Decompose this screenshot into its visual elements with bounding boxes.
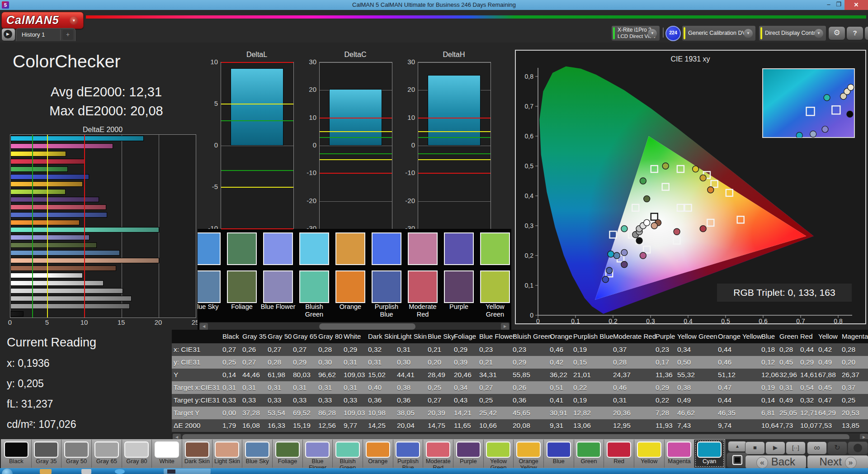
chevron-down-icon[interactable]: ▼: [744, 29, 753, 38]
play-button[interactable]: ▶: [765, 441, 785, 455]
table-cell: 0,32: [800, 394, 818, 407]
y-tick-label: 10: [303, 114, 316, 121]
table-cell: 80,03: [293, 369, 318, 381]
patch-button-black[interactable]: Black: [1, 440, 32, 468]
scroll-right-icon[interactable]: ▶: [501, 323, 509, 330]
patch-button-bluish-green[interactable]: Bluish Green: [333, 440, 363, 468]
table-cell: 0,29: [293, 356, 318, 369]
continuous-measure-button[interactable]: ∞: [807, 441, 827, 455]
table-cell: 0,38: [397, 381, 428, 394]
target-swatch: [198, 232, 221, 265]
help-button[interactable]: ?: [846, 26, 863, 40]
y-tick-label: 10: [204, 58, 218, 66]
scroll-left-icon[interactable]: ◀: [200, 323, 208, 330]
patch-button-purplish-blue[interactable]: Purplish Blue: [393, 440, 424, 468]
patch-button-blue[interactable]: Blue: [544, 440, 574, 468]
record-button[interactable]: [848, 441, 868, 455]
reference-line: [418, 173, 491, 174]
patch-button-blue-sky[interactable]: Blue Sky: [242, 440, 273, 468]
back-button[interactable]: « Back: [745, 455, 807, 469]
table-cell: 14,21: [454, 407, 479, 419]
patch-button-blue-flower[interactable]: Blue Flower: [303, 440, 333, 468]
patch-button-gray-50[interactable]: Gray 50: [61, 440, 92, 468]
patch-button-purple[interactable]: Purple: [453, 440, 484, 468]
patch-button-gray-35[interactable]: Gray 35: [32, 440, 62, 468]
target-swatch: [480, 232, 510, 265]
patch-button-gray-65[interactable]: Gray 65: [92, 440, 122, 468]
delta-chart-deltah: DeltaH3020100-10-20-30: [401, 51, 492, 241]
patch-button-green[interactable]: Green: [574, 440, 604, 468]
table-cell: 0,14: [761, 394, 779, 407]
deltae-bar: [10, 143, 113, 149]
reference-line: [221, 170, 293, 171]
patch-button-yellow-green[interactable]: Yellow Green: [484, 440, 514, 468]
chevron-down-icon[interactable]: ▼: [648, 29, 657, 38]
logo-dropdown-icon[interactable]: ▼: [70, 16, 78, 25]
measured-point-blue: [602, 276, 609, 283]
table-cell: 0,25: [222, 356, 242, 369]
svg-text:0,8: 0,8: [525, 73, 534, 80]
patch-button-orange-yellow[interactable]: Orange Yellow: [514, 440, 544, 468]
table-cell: 21,01: [573, 369, 613, 381]
swatch-label: Orange: [332, 303, 368, 311]
minimize-button[interactable]: –: [824, 1, 834, 9]
patch-button-red[interactable]: Red: [604, 440, 634, 468]
taskbar-media-icon[interactable]: [115, 469, 125, 474]
patch-button-dark-skin[interactable]: Dark Skin: [182, 440, 212, 468]
windows-taskbar[interactable]: [0, 468, 868, 474]
patch-label: Gray 65: [92, 458, 122, 465]
patch-label: Red: [604, 458, 634, 465]
patch-button-yellow[interactable]: Yellow: [634, 440, 665, 468]
table-cell: 0,33: [222, 394, 242, 407]
table-cell: 0,18: [761, 343, 779, 356]
start-orb-icon[interactable]: [2, 469, 13, 474]
display-control-selector[interactable]: Direct Display Control ▼: [759, 25, 826, 41]
table-cell: 37,28: [242, 407, 268, 419]
expand-up-button[interactable]: ▲: [728, 441, 747, 452]
patch-button-white[interactable]: White: [152, 440, 182, 468]
new-tab-button[interactable]: +: [62, 30, 73, 40]
measure-series-button[interactable]: [··]: [786, 441, 806, 455]
patch-button-gray-80[interactable]: Gray 80: [122, 440, 152, 468]
deltae-bar: [10, 151, 66, 156]
measured-point-green: [640, 178, 646, 184]
patch-button-cyan[interactable]: Cyan: [694, 440, 725, 468]
reference-line: [418, 137, 491, 138]
patch-button-magenta[interactable]: Magenta: [665, 440, 695, 468]
rgb-triplet-text: RGB Triplet: 0, 133, 163: [733, 287, 835, 298]
meter-selector[interactable]: X-Rite i1Pro 2 LCD Direct View ▼: [611, 25, 660, 41]
maximize-button[interactable]: ❐: [834, 1, 844, 9]
settings-button[interactable]: ⚙: [828, 26, 845, 40]
taskbar-folder-icon[interactable]: [40, 469, 52, 474]
taskbar-active-window[interactable]: [164, 469, 211, 474]
page-title: ColorChecker: [13, 52, 120, 71]
tab-history-1[interactable]: History 1 +: [16, 28, 75, 41]
meter-count-badge[interactable]: 224: [665, 26, 681, 41]
svg-text:0,4: 0,4: [684, 318, 693, 324]
swatch-scroll-thumb[interactable]: [319, 323, 415, 330]
patch-button-moderate-red[interactable]: Moderate Red: [423, 440, 453, 468]
collapse-button[interactable]: ◀: [864, 26, 868, 40]
table-cell: 7,43: [677, 419, 718, 432]
delta-bar: [231, 68, 283, 146]
stop-button[interactable]: ■: [745, 441, 765, 455]
refresh-button[interactable]: ↻: [827, 441, 847, 455]
arrow-up-icon: ▲: [735, 444, 740, 449]
workflow-selector[interactable]: Generic Calibration DVD ▼: [682, 25, 756, 41]
tab-label: History 1: [22, 31, 45, 38]
table-cell: 0,20: [428, 356, 454, 369]
chevron-down-icon[interactable]: ▼: [814, 29, 823, 38]
patch-button-light-skin[interactable]: Light Skin: [212, 440, 243, 468]
table-cell: 0,25: [428, 381, 454, 394]
patch-button-foliage[interactable]: Foliage: [273, 440, 303, 468]
patch-button-orange[interactable]: Orange: [363, 440, 393, 468]
close-button[interactable]: ✕: [844, 0, 868, 10]
tab-scroll-button[interactable]: ▶: [1, 28, 15, 41]
calman-logo-button[interactable]: CalMAN5 ▼: [1, 12, 84, 29]
taskbar-app-icon[interactable]: [81, 469, 91, 474]
svg-text:0,3: 0,3: [525, 222, 534, 229]
table-cell: 0,29: [513, 356, 550, 369]
table-cell: 6,81: [761, 407, 779, 419]
measured-point-purplish-blue: [606, 267, 613, 274]
next-button[interactable]: Next »: [807, 455, 868, 469]
